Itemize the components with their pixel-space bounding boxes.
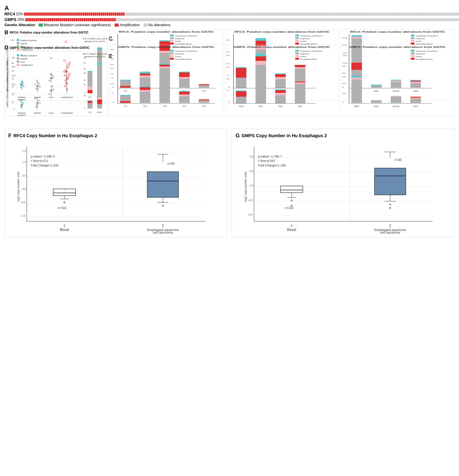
svg-text:Amplification: Amplification	[416, 58, 433, 60]
svg-text:n=30: n=30	[167, 162, 175, 165]
svg-text:0: 0	[342, 101, 344, 103]
svg-rect-345	[371, 100, 381, 103]
svg-rect-363	[411, 58, 415, 60]
svg-text:-0.0: -0.0	[248, 199, 253, 202]
svg-point-397	[162, 205, 164, 206]
svg-rect-152	[295, 42, 299, 44]
legend-missense-text: Missense Mutation (unknown significance)	[44, 23, 111, 27]
svg-text:EA: EA	[89, 111, 91, 113]
svg-point-437	[390, 207, 391, 209]
panel-e-m-stage: GMPS: Putative copy-number alterations f…	[341, 44, 455, 116]
svg-point-436	[390, 204, 391, 205]
svg-rect-259	[97, 97, 102, 100]
svg-text:30: 30	[84, 94, 86, 97]
svg-rect-280	[179, 96, 190, 103]
svg-text:1.0k: 1.0k	[10, 48, 14, 50]
svg-text:RFC4: Putative copy-number alt: RFC4: Putative copy-number alterations f…	[119, 31, 214, 33]
oncoprint: RFC4 22% GMPS 20% Genetic Alteration Mis…	[4, 12, 455, 27]
svg-text:100: 100	[342, 62, 347, 64]
svg-text:Fold Change=1.340: Fold Change=1.340	[31, 164, 59, 167]
svg-text:1.5: 1.5	[22, 150, 26, 153]
svg-rect-359	[411, 52, 415, 54]
svg-rect-240	[17, 57, 19, 60]
svg-point-207	[38, 100, 40, 102]
svg-rect-346	[391, 97, 401, 103]
svg-text:5k: 5k	[11, 70, 14, 72]
svg-rect-318	[295, 84, 305, 103]
svg-rect-320	[295, 81, 305, 82]
svg-rect-282	[179, 92, 190, 94]
panel-g-svg: log2 copy number units 1.0 0.5 0.0 -0.0 …	[235, 140, 451, 234]
svg-text:Diploid: Diploid	[20, 58, 27, 60]
panel-f: F RFC4 Copy Number in Hu Esophagus 2 log…	[4, 129, 227, 238]
svg-rect-273	[140, 90, 150, 92]
panel-f-title: RFC4 Copy Number in Hu Esophagus 2	[13, 133, 97, 138]
svg-rect-299	[170, 58, 174, 60]
svg-text:Diploid: Diploid	[416, 38, 425, 40]
svg-rect-343	[352, 78, 362, 79]
panel-g-label: G	[235, 133, 240, 139]
svg-text:Gain: Gain	[175, 56, 181, 58]
svg-point-221	[66, 89, 68, 90]
svg-text:M1a: M1a	[393, 105, 399, 107]
svg-text:Diploid: Diploid	[34, 112, 41, 114]
svg-text:Diploid: Diploid	[175, 38, 184, 40]
svg-rect-186	[411, 42, 415, 44]
svg-rect-311	[255, 61, 266, 65]
svg-rect-257	[97, 63, 102, 65]
svg-text:4k: 4k	[11, 78, 14, 80]
svg-text:GMPS: mRNA expression (RNA Seq: GMPS: mRNA expression (RNA Seq V2 RSEM)	[6, 60, 9, 108]
panel-g-title: GMPS Copy Number in Hu Esophagus 2	[242, 133, 327, 138]
svg-rect-421	[281, 186, 303, 193]
svg-text:Shallow Deletion: Shallow Deletion	[175, 50, 198, 52]
svg-text:1.6k: 1.6k	[10, 39, 14, 41]
svg-point-244	[17, 64, 19, 66]
panel-e: GMPS: Putative copy-number alterations f…	[109, 44, 455, 116]
svg-rect-253	[87, 103, 93, 109]
panel-b-title: RFC4: Putative copy-number alterations f…	[10, 31, 88, 34]
svg-point-218	[64, 85, 66, 87]
svg-rect-279	[159, 64, 170, 65]
svg-text:Gain: Gain	[416, 40, 422, 42]
svg-rect-277	[159, 67, 170, 68]
svg-text:RFC4: Putative copy-number: RFC4: Putative copy-number	[83, 38, 107, 40]
svg-text:10: 10	[226, 78, 229, 80]
gene-row-gmps: GMPS 20%	[4, 17, 455, 22]
svg-text:T2: T2	[143, 105, 147, 107]
svg-text:p-value= 1.73E-7: p-value= 1.73E-7	[258, 155, 282, 158]
svg-text:Shallow Deletion: Shallow Deletion	[300, 35, 323, 37]
svg-text:GMPS: Putative copy-number: GMPS: Putative copy-number	[83, 53, 107, 55]
svg-text:35: 35	[110, 39, 113, 41]
svg-rect-317	[275, 89, 286, 90]
svg-text:0.5: 0.5	[250, 170, 253, 173]
none-icon	[144, 24, 147, 27]
svg-text:Gain: Gain	[300, 56, 306, 58]
svg-text:Blood: Blood	[287, 228, 296, 232]
svg-rect-132	[255, 38, 266, 41]
panel-e-t-stage: GMPS: Putative copy-number alterations f…	[109, 44, 223, 116]
svg-text:6k: 6k	[11, 62, 14, 64]
svg-text:2: 2	[162, 224, 164, 228]
panel-a-label: A	[4, 4, 9, 11]
svg-text:ESCC: ESCC	[97, 111, 103, 113]
svg-text:90: 90	[84, 47, 86, 49]
svg-text:Amplification: Amplification	[300, 58, 317, 60]
svg-text:Shallow: Shallow	[18, 112, 26, 114]
svg-text:Shallow Deletion: Shallow Deletion	[300, 50, 323, 52]
svg-point-214	[48, 93, 50, 95]
svg-rect-118	[170, 42, 174, 44]
svg-text:Diploid: Diploid	[300, 53, 309, 55]
panel-a: A RFC4 22% GMPS 20% Genetic Alteration M…	[4, 4, 455, 27]
svg-rect-271	[120, 95, 130, 96]
svg-text:60: 60	[84, 83, 86, 85]
gene-pct-rfc4: 22%	[16, 12, 23, 16]
svg-rect-162	[352, 37, 362, 38]
svg-text:25: 25	[226, 39, 229, 41]
bar-svg-d: GMPS: Putative copy-number alterations f…	[83, 51, 107, 116]
svg-rect-270	[120, 96, 130, 101]
svg-text:Fold Change=1.238: Fold Change=1.238	[258, 164, 286, 167]
svg-point-425	[291, 200, 292, 201]
svg-text:3k: 3k	[11, 85, 14, 88]
svg-rect-60	[17, 45, 19, 47]
svg-rect-283	[179, 91, 190, 92]
